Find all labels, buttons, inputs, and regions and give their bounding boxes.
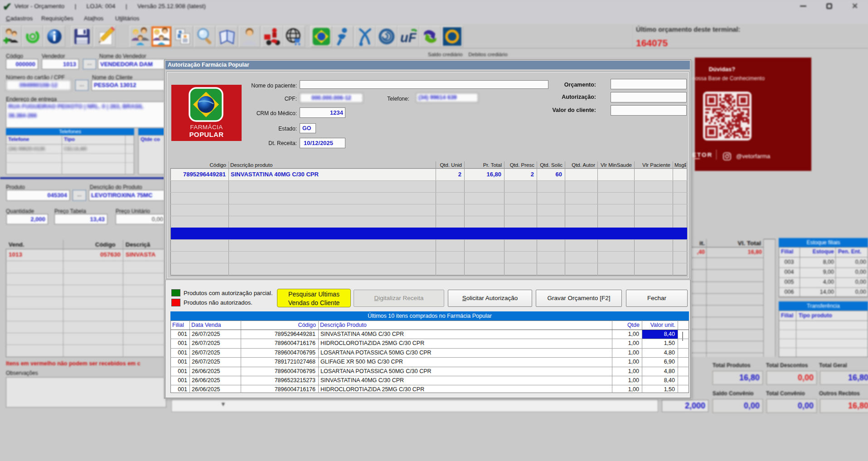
svg-text:uF: uF — [400, 30, 417, 45]
